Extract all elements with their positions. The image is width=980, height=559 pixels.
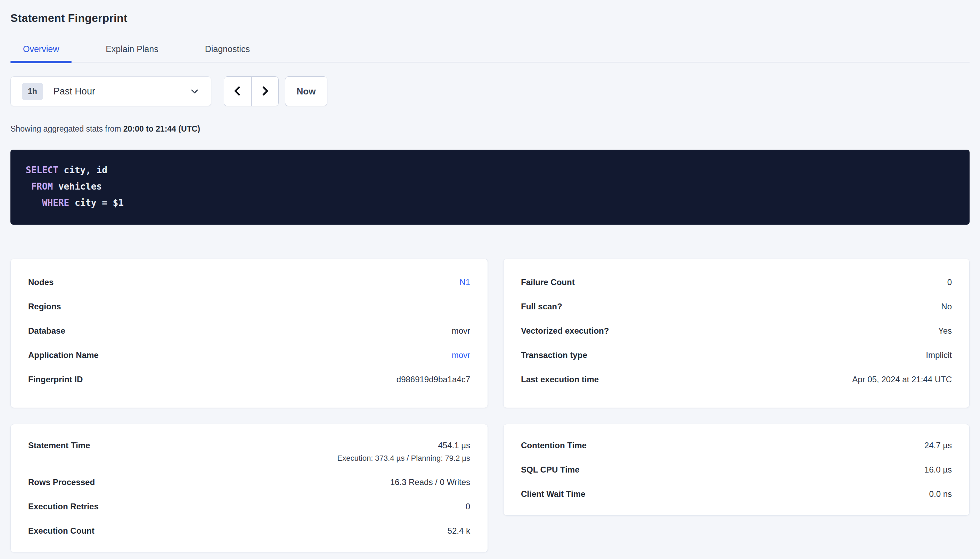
vectorized-execution-label: Vectorized execution? [521, 326, 609, 336]
nodes-label: Nodes [28, 277, 53, 288]
statement-time-breakdown: Execution: 373.4 µs / Planning: 79.2 µs [337, 453, 470, 463]
execution-retries-value: 0 [466, 501, 470, 512]
transaction-type-label: Transaction type [521, 350, 587, 361]
application-name-link[interactable]: movr [452, 350, 470, 361]
aggregated-stats-range: 20:00 to 21:44 (UTC) [123, 124, 200, 133]
last-execution-time-label: Last execution time [521, 374, 599, 385]
application-name-label: Application Name [28, 350, 99, 361]
sql-keyword: FROM [31, 181, 53, 192]
sql-cpu-time-label: SQL CPU Time [521, 465, 580, 475]
time-range-value: Past Hour [53, 86, 95, 97]
sql-line: SELECT city, id [26, 162, 956, 179]
detail-row-application-name: Application Name movr [28, 343, 470, 367]
aggregated-stats-line: Showing aggregated stats from 20:00 to 2… [10, 124, 970, 134]
detail-row-failure-count: Failure Count 0 [521, 270, 952, 294]
now-button[interactable]: Now [285, 76, 327, 106]
detail-row-full-scan: Full scan? No [521, 294, 952, 319]
tab-bar: Overview Explain Plans Diagnostics [10, 44, 970, 63]
time-range-badge: 1h [22, 83, 43, 100]
full-scan-label: Full scan? [521, 301, 562, 312]
time-toolbar: 1h Past Hour Now [10, 76, 970, 106]
execution-attributes-card: Failure Count 0 Full scan? No Vectorized… [503, 259, 970, 408]
stat-row-execution-retries: Execution Retries 0 [28, 495, 470, 519]
fingerprint-id-value: d986919d9ba1a4c7 [396, 374, 470, 385]
regions-label: Regions [28, 301, 61, 312]
fingerprint-id-label: Fingerprint ID [28, 374, 83, 385]
last-execution-time-value: Apr 05, 2024 at 21:44 UTC [852, 374, 952, 385]
stat-row-rows-processed: Rows Processed 16.3 Reads / 0 Writes [28, 470, 470, 495]
full-scan-value: No [941, 301, 952, 312]
statement-fingerprint-page: Statement Fingerprint Overview Explain P… [0, 0, 980, 559]
tab-overview[interactable]: Overview [10, 44, 71, 62]
chevron-left-icon [231, 85, 244, 98]
statement-stats-card: Statement Time 454.1 µs Execution: 373.4… [10, 424, 488, 552]
stat-row-statement-time: Statement Time 454.1 µs Execution: 373.4… [28, 433, 470, 470]
detail-row-regions: Regions [28, 294, 470, 319]
contention-stats-card: Contention Time 24.7 µs SQL CPU Time 16.… [503, 424, 970, 516]
contention-time-value: 24.7 µs [924, 440, 952, 451]
time-nav-group [224, 76, 279, 106]
stat-row-execution-count: Execution Count 52.4 k [28, 519, 470, 543]
rows-processed-value: 16.3 Reads / 0 Writes [390, 477, 470, 488]
detail-row-nodes: Nodes N1 [28, 270, 470, 294]
tab-explain-plans[interactable]: Explain Plans [93, 44, 171, 62]
nodes-link[interactable]: N1 [459, 277, 470, 288]
statement-time-value: 454.1 µs [438, 440, 470, 451]
chevron-right-icon [259, 85, 271, 98]
stat-row-client-wait-time: Client Wait Time 0.0 ns [521, 482, 952, 506]
stat-row-contention-time: Contention Time 24.7 µs [521, 433, 952, 458]
database-value: movr [452, 326, 470, 336]
statement-details-card: Nodes N1 Regions Database movr Applicati… [10, 259, 488, 408]
detail-row-database: Database movr [28, 319, 470, 343]
aggregated-stats-prefix: Showing aggregated stats from [10, 124, 123, 133]
prev-time-range-button[interactable] [224, 77, 252, 106]
next-time-range-button[interactable] [252, 77, 279, 106]
execution-count-label: Execution Count [28, 526, 95, 536]
stat-row-sql-cpu-time: SQL CPU Time 16.0 µs [521, 458, 952, 482]
client-wait-time-value: 0.0 ns [929, 489, 952, 499]
client-wait-time-label: Client Wait Time [521, 489, 585, 499]
transaction-type-value: Implicit [926, 350, 952, 361]
failure-count-value: 0 [947, 277, 952, 288]
failure-count-label: Failure Count [521, 277, 575, 288]
time-range-select[interactable]: 1h Past Hour [10, 76, 211, 106]
tab-diagnostics[interactable]: Diagnostics [192, 44, 262, 62]
sql-cpu-time-value: 16.0 µs [924, 465, 952, 475]
page-title: Statement Fingerprint [10, 0, 970, 25]
sql-line: WHERE city = $1 [26, 195, 956, 211]
sql-keyword: WHERE [42, 198, 69, 208]
database-label: Database [28, 326, 65, 336]
detail-row-fingerprint-id: Fingerprint ID d986919d9ba1a4c7 [28, 367, 470, 392]
execution-count-value: 52.4 k [448, 526, 470, 536]
sql-statement-box: SELECT city, id FROM vehicles WHERE city… [10, 150, 970, 225]
chevron-down-icon [189, 86, 200, 96]
contention-time-label: Contention Time [521, 440, 587, 451]
vectorized-execution-value: Yes [938, 326, 952, 336]
statement-time-label: Statement Time [28, 440, 90, 451]
execution-retries-label: Execution Retries [28, 501, 99, 512]
detail-row-transaction-type: Transaction type Implicit [521, 343, 952, 367]
detail-row-last-execution-time: Last execution time Apr 05, 2024 at 21:4… [521, 367, 952, 392]
sql-keyword: SELECT [26, 165, 58, 175]
detail-row-vectorized-execution: Vectorized execution? Yes [521, 319, 952, 343]
rows-processed-label: Rows Processed [28, 477, 95, 488]
sql-line: FROM vehicles [26, 179, 956, 195]
cards-grid: Nodes N1 Regions Database movr Applicati… [10, 259, 970, 552]
